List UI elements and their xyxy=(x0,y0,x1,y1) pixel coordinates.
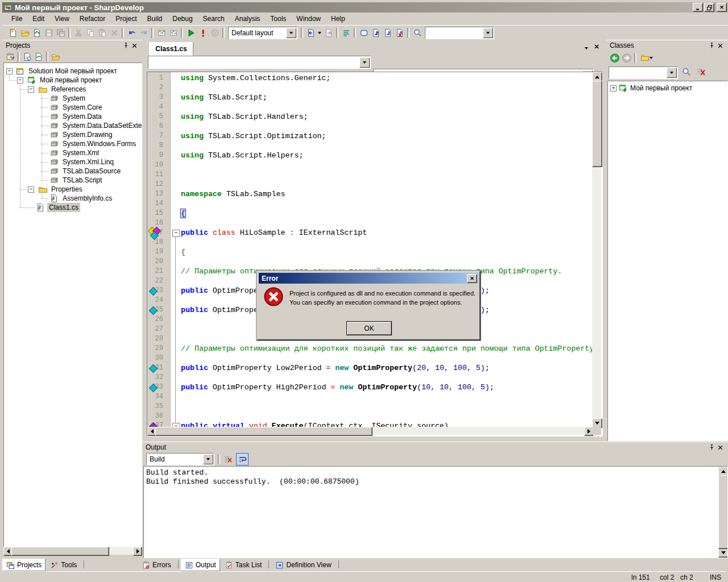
toggle-wordwrap-button[interactable] xyxy=(236,453,249,465)
clear-output-button[interactable] xyxy=(222,454,234,465)
rebuild-button[interactable] xyxy=(167,27,179,39)
search-button[interactable] xyxy=(411,27,423,39)
projects-hscrollbar[interactable] xyxy=(3,547,141,555)
cut-button[interactable] xyxy=(72,27,84,39)
lines-button[interactable] xyxy=(340,27,352,39)
close-panel-button[interactable] xyxy=(716,443,725,451)
copy-button[interactable] xyxy=(84,27,96,39)
sync-page-button[interactable] xyxy=(33,51,44,63)
tree-expand-box[interactable]: − xyxy=(28,86,34,93)
clear-filter-icon[interactable] xyxy=(696,67,706,78)
delete-button[interactable] xyxy=(108,27,120,39)
tree-item[interactable]: AssemblyInfo.cs xyxy=(61,194,114,203)
menu-file[interactable]: File xyxy=(6,13,27,24)
run-button[interactable] xyxy=(185,27,197,39)
output-category-combo[interactable]: Build xyxy=(146,453,214,465)
menu-window[interactable]: Window xyxy=(291,13,326,24)
tree-item[interactable]: Мой первый проект xyxy=(628,84,694,93)
tree-item[interactable]: System.Drawing xyxy=(61,130,114,139)
reload-button[interactable] xyxy=(31,27,43,39)
tabstrip-dropdown-button[interactable] xyxy=(582,44,590,52)
tree-item[interactable]: TSLab.Script xyxy=(61,176,104,185)
menu-build[interactable]: Build xyxy=(142,13,168,24)
tree-item[interactable]: Мой первый проект xyxy=(38,76,104,85)
tab-class1[interactable]: Class1.cs xyxy=(149,42,193,56)
doc-delete-button[interactable] xyxy=(394,27,406,39)
tree-item[interactable]: System.Core xyxy=(61,103,104,112)
tree-item[interactable]: System.Data.DataSetExtensio xyxy=(61,121,142,130)
save-all-button[interactable] xyxy=(55,27,67,39)
paste-button[interactable] xyxy=(96,27,108,39)
output-category-dropdown[interactable] xyxy=(203,454,213,464)
open-button[interactable] xyxy=(50,51,61,63)
props-form-button[interactable] xyxy=(5,51,16,63)
tree-item[interactable]: TSLab.DataSource xyxy=(61,167,122,176)
undo-button[interactable] xyxy=(126,27,138,39)
menu-analysis[interactable]: Analysis xyxy=(230,13,266,24)
minimize-button[interactable] xyxy=(693,3,703,12)
tree-item[interactable]: Properties xyxy=(49,185,84,194)
tree-item[interactable]: Solution Мой первый проект xyxy=(27,66,119,76)
pause-button[interactable] xyxy=(209,27,221,39)
tree-item[interactable]: System xyxy=(61,94,87,103)
scrollbar-thumb[interactable] xyxy=(592,81,602,167)
open-button[interactable] xyxy=(19,27,31,39)
dock-tab-errors[interactable]: Errors xyxy=(138,559,175,571)
tree-expand-box[interactable]: + xyxy=(610,85,617,92)
dock-tab-output[interactable]: Output xyxy=(181,559,220,571)
menu-tools[interactable]: Tools xyxy=(265,13,291,24)
output-vscrollbar[interactable] xyxy=(718,467,727,556)
scroll-right-button[interactable] xyxy=(133,547,142,556)
close-panel-button[interactable] xyxy=(716,41,725,49)
dock-tab-task-list[interactable]: Task List xyxy=(221,559,266,571)
back-button[interactable] xyxy=(609,52,621,64)
open-folder-dropdown-button[interactable] xyxy=(638,52,655,64)
menu-help[interactable]: Help xyxy=(326,13,350,24)
nav-back-button[interactable] xyxy=(305,27,317,39)
layout-combo[interactable]: Default layout xyxy=(228,27,297,39)
bounds-button[interactable] xyxy=(358,27,370,39)
tree-expand-box[interactable]: − xyxy=(6,68,13,74)
editor-vscrollbar[interactable] xyxy=(592,72,601,427)
menu-edit[interactable]: Edit xyxy=(27,13,49,24)
pin-button[interactable] xyxy=(122,41,130,49)
menu-search[interactable]: Search xyxy=(198,13,230,24)
tree-item[interactable]: System.Data xyxy=(61,112,104,121)
close-button[interactable]: ✕ xyxy=(717,3,727,12)
toolbar-search-dropdown[interactable] xyxy=(483,28,493,38)
tree-expand-box[interactable]: − xyxy=(28,186,34,193)
forward-button[interactable] xyxy=(621,52,632,64)
toolbar-search-combo[interactable] xyxy=(425,27,494,39)
ok-button[interactable]: OK xyxy=(346,321,392,335)
build-button[interactable] xyxy=(155,27,167,39)
types-combo-dropdown[interactable] xyxy=(359,57,370,68)
dock-tab-tools[interactable]: Tools xyxy=(46,559,81,571)
close-panel-button[interactable] xyxy=(130,41,139,49)
tabstrip-close-button[interactable]: ✕ xyxy=(593,43,601,51)
search-icon[interactable] xyxy=(681,67,691,78)
doc-blue-button[interactable] xyxy=(370,27,382,39)
abort-button[interactable] xyxy=(197,27,209,39)
tree-item[interactable]: References xyxy=(49,85,88,94)
pin-button[interactable] xyxy=(708,41,716,49)
tree-item[interactable]: System.Xml.Linq xyxy=(61,157,115,167)
scroll-down-button[interactable] xyxy=(718,548,728,558)
output-text[interactable]: Build started.Build finished successfull… xyxy=(143,466,728,558)
tree-expand-box[interactable]: − xyxy=(17,77,23,84)
layout-combo-dropdown[interactable] xyxy=(286,28,296,38)
nav-back-dropdown[interactable] xyxy=(317,32,322,34)
refresh-page-button[interactable] xyxy=(22,51,33,63)
scrollbar-thumb[interactable] xyxy=(718,475,728,549)
restore-button[interactable] xyxy=(704,3,714,12)
nav-forward-button[interactable] xyxy=(322,27,334,39)
dialog-close-button[interactable]: ✕ xyxy=(467,274,477,283)
types-combo[interactable] xyxy=(148,56,371,69)
code-area[interactable]: using System.Collections.Generic;using T… xyxy=(147,72,592,427)
tree-item[interactable]: Class1.cs xyxy=(47,203,80,212)
classes-search-combo[interactable] xyxy=(609,66,678,79)
doc-blue2-button[interactable] xyxy=(382,27,394,39)
menu-debug[interactable]: Debug xyxy=(167,13,197,24)
tree-item[interactable]: System.Xml xyxy=(61,148,101,157)
save-button[interactable] xyxy=(43,27,55,39)
classes-search-dropdown[interactable] xyxy=(667,68,677,78)
